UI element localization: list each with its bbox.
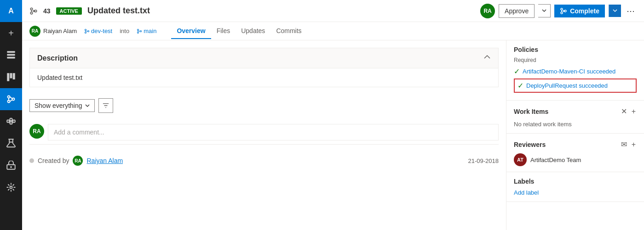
reviewer-item: AT ArtifactDemo Team (514, 153, 637, 166)
work-items-title: Work Items (514, 108, 548, 115)
svg-line-7 (10, 97, 12, 99)
nav-tabs: Overview Files Updates Commits (171, 23, 307, 39)
labels-title: Labels (514, 178, 534, 185)
svg-point-31 (85, 29, 86, 30)
svg-point-36 (138, 29, 139, 30)
sidebar-item-test[interactable] (0, 132, 22, 154)
policies-header: Policies (514, 46, 637, 53)
complete-button[interactable]: Complete (554, 5, 605, 17)
manage-icon (6, 183, 16, 192)
filter-bar: Show everything (29, 95, 499, 117)
reviewers-mail-button[interactable]: ✉ (620, 139, 628, 150)
to-branch-name: main (144, 28, 156, 34)
created-by-avatar: RA (73, 156, 83, 166)
svg-rect-11 (10, 122, 12, 124)
from-branch-link[interactable]: dev-test (84, 28, 112, 34)
description-header: Description (30, 48, 498, 68)
svg-point-19 (10, 166, 12, 168)
svg-point-33 (87, 30, 89, 32)
svg-point-4 (8, 101, 10, 103)
pipelines-icon (6, 117, 16, 126)
subbar: RA Raiyan Alam dev-test into main Overvi… (22, 22, 644, 40)
timeline-dot (29, 158, 34, 163)
complete-dropdown-button[interactable] (609, 5, 621, 17)
reviewers-add-button[interactable]: + (631, 140, 637, 150)
user-avatar-topbar: RA (480, 4, 495, 18)
svg-line-8 (10, 100, 12, 101)
reviewer-name: ArtifactDemo Team (530, 157, 581, 163)
sidebar: A + (0, 0, 22, 230)
svg-point-26 (561, 8, 563, 10)
add-project-button[interactable]: + (0, 22, 22, 44)
svg-rect-2 (7, 57, 15, 59)
reviewers-section: Reviewers ✉ + AT ArtifactDemo Team (506, 134, 644, 172)
policies-section: Policies Required ✓ ArtifactDemo-Maven-C… (506, 40, 644, 101)
tab-files[interactable]: Files (211, 23, 236, 39)
policy-item-deploy: ✓ DeployPullRequest succeeded (514, 79, 637, 93)
created-by-label: Created by (38, 157, 69, 164)
left-panel: Description Updated test.txt Show everyt… (22, 40, 506, 230)
author-info: RA Raiyan Alam (29, 26, 77, 37)
description-section: Description Updated test.txt (29, 48, 499, 87)
approve-button[interactable]: Approve (499, 4, 535, 18)
description-text: Updated test.txt (37, 74, 82, 81)
sidebar-item-repos[interactable] (0, 88, 22, 110)
work-items-add-button[interactable]: + (631, 107, 637, 117)
svg-line-15 (9, 121, 10, 123)
policy-link-deploy[interactable]: DeployPullRequest succeeded (526, 82, 608, 89)
add-label-link[interactable]: Add label (514, 189, 539, 196)
sidebar-logo[interactable]: A (0, 0, 22, 22)
work-items-close-button[interactable]: ✕ (620, 106, 628, 117)
svg-point-38 (140, 30, 142, 32)
main-wrapper: 43 ACTIVE Updated test.txt RA Approve Co… (22, 0, 644, 230)
author-avatar: RA (29, 26, 40, 37)
tab-updates[interactable]: Updates (236, 23, 270, 39)
approve-dropdown-button[interactable] (538, 4, 551, 17)
more-options-button[interactable]: ⋯ (625, 4, 637, 18)
summary-icon (6, 50, 16, 60)
reviewers-header: Reviewers ✉ + (514, 139, 637, 150)
sidebar-item-boards[interactable] (0, 66, 22, 88)
svg-rect-0 (7, 51, 15, 53)
filter-button[interactable] (98, 98, 113, 113)
policies-title: Policies (514, 46, 538, 53)
svg-point-20 (10, 186, 12, 189)
svg-rect-12 (13, 120, 15, 123)
description-collapse-button[interactable] (483, 54, 491, 62)
svg-point-5 (12, 98, 15, 101)
svg-point-21 (30, 8, 33, 10)
reviewers-title: Reviewers (514, 141, 546, 148)
svg-line-14 (9, 119, 10, 121)
active-badge: ACTIVE (56, 7, 82, 15)
comment-input[interactable]: Add a comment... (48, 124, 499, 140)
right-panel: Policies Required ✓ ArtifactDemo-Maven-C… (506, 40, 644, 230)
sidebar-item-artifacts[interactable] (0, 154, 22, 176)
work-items-actions: ✕ + (620, 106, 637, 117)
complete-icon (560, 7, 567, 15)
branch-to-icon (137, 28, 142, 34)
svg-point-37 (138, 32, 139, 33)
chevron-up-icon (483, 54, 491, 61)
branch-from-icon (84, 28, 90, 34)
reviewer-avatar: AT (514, 153, 527, 166)
created-by-name-link[interactable]: Raiyan Alam (86, 157, 123, 164)
svg-point-22 (30, 12, 33, 14)
labels-section: Labels Add label (506, 172, 644, 202)
policy-link-maven[interactable]: ArtifactDemo-Maven-CI succeeded (523, 68, 615, 75)
sidebar-item-summary[interactable] (0, 44, 22, 66)
to-branch-link[interactable]: main (137, 28, 156, 34)
boards-icon (6, 73, 16, 82)
show-everything-dropdown[interactable]: Show everything (29, 99, 95, 112)
repos-icon (6, 95, 16, 104)
artifacts-icon (6, 161, 16, 170)
comment-area: RA Add a comment... (29, 120, 499, 145)
test-icon (6, 139, 16, 148)
svg-rect-1 (7, 54, 15, 56)
tab-overview[interactable]: Overview (171, 23, 211, 39)
sidebar-item-pipelines[interactable] (0, 110, 22, 132)
comment-avatar: RA (29, 124, 44, 139)
tab-commits[interactable]: Commits (270, 23, 307, 39)
sidebar-item-manage[interactable] (0, 176, 22, 198)
filter-chevron-icon (85, 103, 90, 108)
chevron-down-icon (542, 8, 546, 13)
